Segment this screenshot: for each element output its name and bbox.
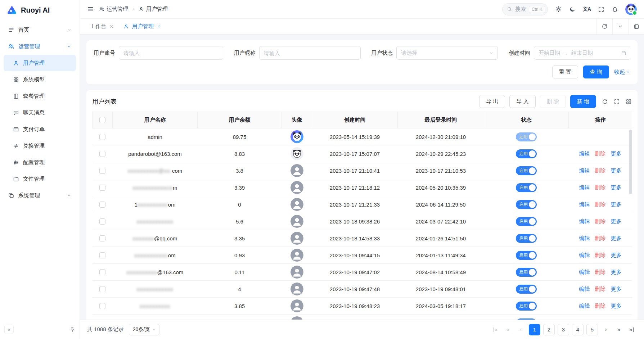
row-checkbox[interactable] [99,303,105,309]
status-toggle[interactable]: 启用 [516,217,537,226]
global-search[interactable]: 搜索 Ctrl K [502,3,548,15]
edit-link[interactable]: 编辑 [579,167,590,174]
row-checkbox[interactable] [99,134,105,140]
close-icon[interactable] [109,24,113,28]
pin-icon[interactable] [69,326,75,332]
status-toggle[interactable]: 启用 [516,132,537,141]
delete-link[interactable]: 删除 [595,150,606,157]
date-range-picker[interactable]: 开始日期 → 结束日期 [534,46,630,60]
first-page-button[interactable]: « [490,324,500,335]
sidebar-item-exchange-management[interactable]: 兑换管理 [4,137,76,154]
delete-link[interactable]: 删除 [595,235,606,242]
more-link[interactable]: 更多 [611,269,622,276]
sidebar-item-user-management[interactable]: 用户管理 [4,55,76,71]
select-all-checkbox[interactable] [99,117,105,123]
delete-link[interactable]: 删除 [595,269,606,276]
page-button-3[interactable]: 3 [558,324,569,335]
next-page-button[interactable]: › [601,324,611,335]
more-link[interactable]: 更多 [611,320,622,320]
delete-link[interactable]: 删除 [595,167,606,174]
app-logo[interactable]: Ruoyi AI [0,0,80,20]
table-scrollbar[interactable] [629,130,632,194]
delete-button[interactable]: 删 除 [540,95,566,108]
translate-icon[interactable]: 文A [583,6,591,13]
column-settings-icon[interactable] [626,99,632,105]
edit-link[interactable]: 编辑 [579,235,590,242]
add-button[interactable]: 新 增 [570,95,596,108]
more-link[interactable]: 更多 [611,167,622,174]
last-page-button[interactable]: » [627,324,637,335]
edit-link[interactable]: 编辑 [579,320,590,320]
sidebar-item-package-management[interactable]: 套餐管理 [4,88,76,104]
more-link[interactable]: 更多 [611,218,622,225]
page-button-5[interactable]: 5 [586,324,598,335]
sidebar-item-system-model[interactable]: 系统模型 [4,71,76,88]
user-avatar[interactable] [625,4,637,15]
delete-link[interactable]: 删除 [595,184,606,191]
sidebar-item-config-management[interactable]: 配置管理 [4,154,76,171]
delete-link[interactable]: 删除 [595,303,606,309]
more-link[interactable]: 更多 [611,201,622,208]
status-toggle[interactable]: 启用 [516,251,537,260]
status-toggle[interactable]: 启用 [516,234,537,243]
account-input[interactable] [119,46,223,60]
breadcrumb-operations[interactable]: 运营管理 [99,6,128,13]
row-checkbox[interactable] [99,235,105,241]
nickname-input[interactable] [259,46,361,60]
edit-link[interactable]: 编辑 [579,150,590,157]
jump-forward-button[interactable]: » [614,324,624,335]
page-button-1[interactable]: 1 [529,324,540,335]
close-icon[interactable] [157,24,161,28]
tab-user-management[interactable]: 用户管理 [118,19,166,35]
jump-back-button[interactable]: « [503,324,513,335]
sidebar-item-home[interactable]: 首页 [4,22,76,38]
edit-link[interactable]: 编辑 [579,286,590,293]
edit-link[interactable]: 编辑 [579,184,590,191]
status-toggle[interactable]: 启用 [516,183,537,192]
edit-link[interactable]: 编辑 [579,269,590,276]
more-link[interactable]: 更多 [611,235,622,242]
delete-link[interactable]: 删除 [595,320,606,320]
page-button-4[interactable]: 4 [572,324,584,335]
sidebar-collapse-button[interactable]: « [4,325,14,334]
sidebar-item-system-management[interactable]: 系统管理 [4,187,76,204]
fullscreen-icon[interactable] [614,99,620,105]
status-toggle[interactable]: 启用 [516,318,537,320]
sidebar-item-payment-orders[interactable]: 支付订单 [4,121,76,137]
chevron-down-icon[interactable] [612,19,628,34]
status-select[interactable]: 请选择 [396,46,498,60]
delete-link[interactable]: 删除 [595,201,606,208]
more-link[interactable]: 更多 [611,252,622,259]
bell-icon[interactable] [612,6,618,13]
import-button[interactable]: 导 入 [509,95,535,108]
maximize-icon[interactable] [628,19,644,34]
search-button[interactable]: 查 询 [583,65,609,78]
row-checkbox[interactable] [99,269,105,275]
page-size-select[interactable]: 20条/页 [129,324,159,335]
row-checkbox[interactable] [99,252,105,258]
delete-link[interactable]: 删除 [595,252,606,259]
more-link[interactable]: 更多 [611,150,622,157]
edit-link[interactable]: 编辑 [579,218,590,225]
status-toggle[interactable]: 启用 [516,285,537,294]
row-checkbox[interactable] [99,168,105,174]
gear-icon[interactable] [555,6,562,13]
hamburger-icon[interactable] [87,6,94,13]
more-link[interactable]: 更多 [611,184,622,191]
delete-link[interactable]: 删除 [595,286,606,293]
row-checkbox[interactable] [99,286,105,292]
row-checkbox[interactable] [99,218,105,225]
edit-link[interactable]: 编辑 [579,252,590,259]
sidebar-item-file-management[interactable]: 文件管理 [4,171,76,187]
moon-icon[interactable] [569,6,576,13]
edit-link[interactable]: 编辑 [579,303,590,309]
more-link[interactable]: 更多 [611,286,622,293]
fullscreen-icon[interactable] [598,6,604,13]
tab-workbench[interactable]: 工作台 [85,19,118,35]
breadcrumb-user-management[interactable]: 用户管理 [139,6,168,13]
status-toggle[interactable]: 启用 [516,166,537,175]
export-button[interactable]: 导 出 [479,95,505,108]
sidebar-item-operations[interactable]: 运营管理 [4,38,76,55]
reset-button[interactable]: 重 置 [552,65,578,78]
row-checkbox[interactable] [99,202,105,208]
